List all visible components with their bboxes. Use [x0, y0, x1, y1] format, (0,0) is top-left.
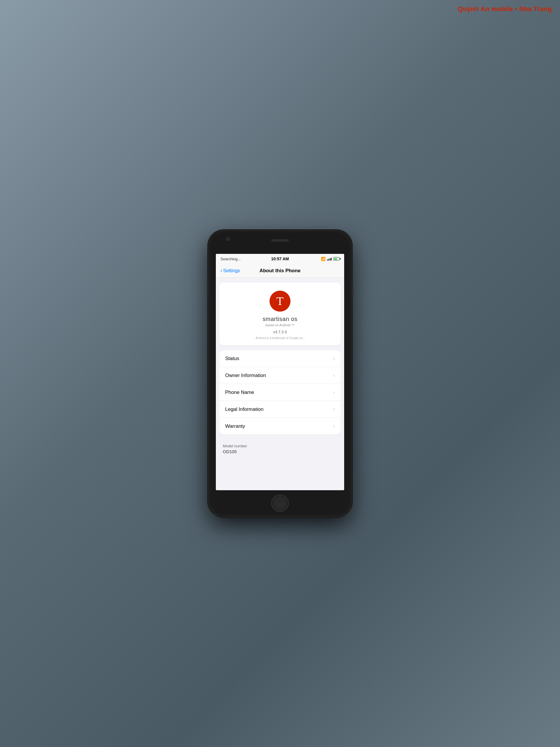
- back-chevron-icon: ‹: [220, 267, 222, 274]
- settings-item-owner-information[interactable]: Owner Information ›: [219, 367, 341, 384]
- signal-bar-3: [329, 258, 330, 261]
- settings-item-label-legal-information: Legal Information: [225, 407, 263, 412]
- screen-content[interactable]: T smartisan os based on Android ™ v3.7.3…: [216, 278, 344, 490]
- phone-body: Searching... 10:57 AM 📶: [209, 231, 351, 516]
- wifi-icon: 📶: [321, 257, 325, 261]
- home-button[interactable]: [271, 495, 289, 512]
- volume-down-button[interactable]: [207, 289, 208, 298]
- status-time: 10:57 AM: [271, 257, 289, 261]
- os-tagline: based on Android ™: [265, 323, 295, 327]
- power-button[interactable]: [352, 283, 353, 298]
- front-camera: [226, 237, 230, 241]
- settings-item-status[interactable]: Status ›: [219, 350, 341, 367]
- settings-item-warranty[interactable]: Warranty ›: [219, 418, 341, 435]
- watermark: Quỳnh An mobile • Nha Trang: [458, 5, 552, 13]
- signal-bar-1: [327, 259, 328, 261]
- settings-item-label-status: Status: [225, 356, 239, 362]
- top-bezel: [209, 231, 351, 254]
- chevron-right-icon-legal: ›: [333, 406, 335, 412]
- signal-bar-2: [328, 259, 329, 261]
- volume-up-button[interactable]: [207, 277, 208, 286]
- speaker: [271, 239, 289, 241]
- model-value: OD105: [223, 449, 337, 454]
- settings-item-label-owner-information: Owner Information: [225, 372, 266, 379]
- os-version: v3.7.3.3: [273, 330, 287, 334]
- settings-item-label-phone-name: Phone Name: [225, 390, 254, 395]
- chevron-right-icon-phone-name: ›: [333, 389, 335, 395]
- smartisan-logo: T: [269, 291, 291, 312]
- settings-item-legal-information[interactable]: Legal Information ›: [219, 401, 341, 418]
- nav-bar: ‹ Settings About this Phone: [216, 264, 344, 278]
- settings-section: Status › Owner Information › Phone Name …: [219, 350, 341, 435]
- phone-wrapper: Searching... 10:57 AM 📶: [209, 231, 351, 516]
- battery-fill: [334, 258, 338, 260]
- model-label: Model number: [223, 444, 337, 448]
- smartisan-t-letter: T: [276, 295, 284, 307]
- back-button[interactable]: ‹ Settings: [220, 267, 240, 274]
- signal-bar-4: [331, 258, 331, 261]
- phone-screen: Searching... 10:57 AM 📶: [216, 254, 344, 490]
- bottom-bezel: [209, 490, 351, 516]
- android-trademark: - Android is a trademark of Google Inc. …: [254, 336, 306, 340]
- chevron-right-icon-owner: ›: [333, 372, 335, 379]
- status-indicators: 📶: [321, 257, 340, 261]
- signal-bars: [327, 257, 332, 261]
- settings-item-phone-name[interactable]: Phone Name ›: [219, 384, 341, 401]
- back-label: Settings: [223, 268, 240, 274]
- nav-title: About this Phone: [260, 268, 301, 274]
- status-bar: Searching... 10:57 AM 📶: [216, 254, 344, 264]
- model-info: Model number OD105: [216, 439, 344, 459]
- settings-item-label-warranty: Warranty: [225, 423, 245, 429]
- signal-text: Searching...: [220, 257, 241, 261]
- logo-card: T smartisan os based on Android ™ v3.7.3…: [219, 282, 341, 345]
- chevron-right-icon-status: ›: [333, 355, 335, 362]
- battery-icon: [333, 257, 340, 261]
- chevron-right-icon-warranty: ›: [333, 423, 335, 429]
- os-name: smartisan os: [263, 316, 297, 323]
